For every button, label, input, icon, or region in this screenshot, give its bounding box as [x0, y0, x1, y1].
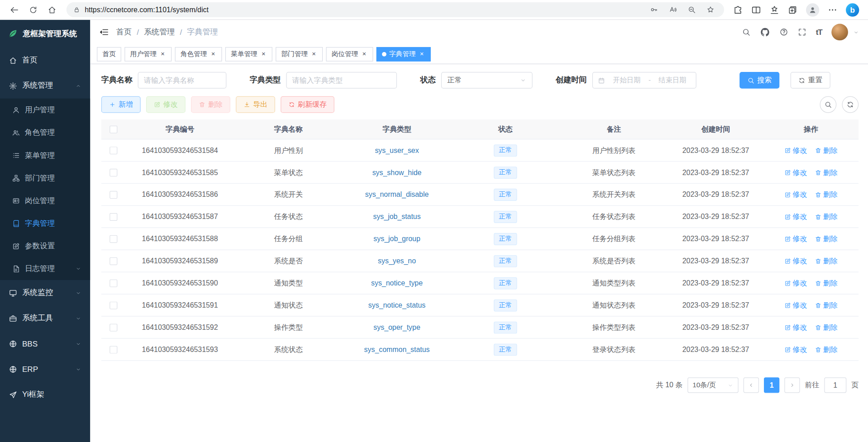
sidebar-item-user-mgmt[interactable]: 用户管理	[0, 99, 90, 121]
sidebar-item-home[interactable]: 首页	[0, 48, 90, 73]
sidebar-item-post-mgmt[interactable]: 岗位管理	[0, 189, 90, 212]
fullscreen-button[interactable]	[797, 28, 806, 37]
tab-dept-mgmt[interactable]: 部门管理	[276, 47, 323, 61]
export-button[interactable]: 导出	[236, 96, 275, 113]
breadcrumb-home[interactable]: 首页	[116, 27, 132, 37]
sidebar-item-dict-mgmt[interactable]: 字典管理	[0, 212, 90, 234]
status-select[interactable]: 正常	[441, 72, 533, 89]
refresh-table-button[interactable]	[842, 96, 858, 113]
delete-row-button[interactable]: 删除	[815, 323, 838, 333]
close-tab-icon[interactable]	[260, 51, 267, 57]
close-tab-icon[interactable]	[159, 51, 166, 57]
date-end-placeholder[interactable]: 结束日期	[654, 76, 691, 85]
edit-row-button[interactable]: 修改	[784, 344, 807, 354]
tab-dict-mgmt[interactable]: 字典管理	[377, 47, 431, 61]
browser-home-button[interactable]	[43, 2, 61, 17]
delete-row-button[interactable]: 删除	[815, 300, 838, 310]
add-favorite-button[interactable]	[703, 3, 717, 16]
collections-button[interactable]	[788, 5, 798, 15]
refresh-cache-button[interactable]: 刷新缓存	[281, 96, 334, 113]
browser-back-button[interactable]	[5, 2, 23, 17]
delete-row-button[interactable]: 删除	[815, 167, 838, 177]
delete-button[interactable]: 删除	[191, 96, 230, 113]
sidebar-item-erp[interactable]: ERP	[0, 356, 90, 382]
dict-type-input[interactable]	[286, 72, 397, 89]
edit-row-button[interactable]: 修改	[784, 212, 807, 222]
close-tab-icon[interactable]	[210, 51, 217, 57]
goto-page-input[interactable]	[824, 377, 846, 393]
tab-user-mgmt[interactable]: 用户管理	[124, 47, 172, 61]
row-checkbox[interactable]	[110, 346, 117, 353]
github-button[interactable]	[760, 27, 770, 37]
sidebar-item-menu-mgmt[interactable]: 菜单管理	[0, 144, 90, 166]
extensions-button[interactable]	[733, 5, 743, 15]
tab-role-mgmt[interactable]: 角色管理	[175, 47, 222, 61]
dict-type-link[interactable]: sys_oper_type	[373, 323, 420, 331]
help-button[interactable]	[779, 28, 788, 37]
delete-row-button[interactable]: 删除	[815, 190, 838, 200]
sidebar-item-bbs[interactable]: BBS	[0, 331, 90, 356]
delete-row-button[interactable]: 删除	[815, 278, 838, 288]
sidebar-item-role-mgmt[interactable]: 角色管理	[0, 121, 90, 144]
tab-post-mgmt[interactable]: 岗位管理	[326, 47, 373, 61]
close-tab-icon[interactable]	[419, 51, 425, 57]
row-checkbox[interactable]	[110, 279, 117, 287]
dict-type-link[interactable]: sys_notice_type	[371, 279, 423, 287]
edit-row-button[interactable]: 修改	[784, 300, 807, 310]
edit-row-button[interactable]: 修改	[784, 145, 807, 155]
sidebar-item-dept-mgmt[interactable]: 部门管理	[0, 166, 90, 189]
delete-row-button[interactable]: 删除	[815, 234, 838, 244]
sidebar-item-yi-framework[interactable]: Yi框架	[0, 382, 90, 407]
sidebar-item-tools[interactable]: 系统工具	[0, 305, 90, 331]
dict-type-link[interactable]: sys_common_status	[364, 345, 430, 353]
browser-menu-button[interactable]	[828, 5, 838, 15]
dict-type-link[interactable]: sys_show_hide	[372, 168, 422, 176]
edit-row-button[interactable]: 修改	[784, 256, 807, 266]
bing-chat-button[interactable]: b	[846, 3, 859, 16]
reset-button[interactable]: 重置	[791, 72, 830, 89]
tab-menu-mgmt[interactable]: 菜单管理	[225, 47, 272, 61]
date-start-placeholder[interactable]: 开始日期	[608, 76, 645, 85]
edit-row-button[interactable]: 修改	[784, 167, 807, 177]
close-tab-icon[interactable]	[361, 51, 368, 57]
address-bar[interactable]: https://ccnetcore.com:1101/system/dict	[67, 2, 724, 17]
user-avatar[interactable]	[831, 24, 848, 41]
delete-row-button[interactable]: 删除	[815, 256, 838, 266]
sidebar-item-log-mgmt[interactable]: 日志管理	[0, 257, 90, 280]
read-aloud-button[interactable]	[665, 3, 680, 16]
row-checkbox[interactable]	[110, 213, 117, 220]
delete-row-button[interactable]: 删除	[815, 145, 838, 155]
edit-button[interactable]: 修改	[146, 96, 186, 113]
split-screen-button[interactable]	[751, 5, 761, 15]
row-checkbox[interactable]	[110, 257, 117, 265]
header-search-button[interactable]	[742, 28, 751, 37]
row-checkbox[interactable]	[110, 323, 117, 331]
edit-row-button[interactable]: 修改	[784, 323, 807, 333]
edit-row-button[interactable]: 修改	[784, 234, 807, 244]
delete-row-button[interactable]: 删除	[815, 212, 838, 222]
password-key-button[interactable]	[647, 3, 661, 16]
dict-type-link[interactable]: sys_user_sex	[375, 146, 419, 154]
select-all-checkbox[interactable]	[110, 125, 117, 133]
row-checkbox[interactable]	[110, 301, 117, 309]
close-tab-icon[interactable]	[310, 51, 317, 57]
date-range-picker[interactable]: 开始日期 - 结束日期	[592, 72, 696, 89]
dict-type-link[interactable]: sys_job_group	[373, 235, 420, 243]
edit-row-button[interactable]: 修改	[784, 278, 807, 288]
page-size-select[interactable]: 10条/页	[687, 377, 739, 393]
tab-home[interactable]: 首页	[97, 47, 121, 61]
sidebar-item-monitor[interactable]: 系统监控	[0, 280, 90, 305]
row-checkbox[interactable]	[110, 235, 117, 242]
add-button[interactable]: 新增	[101, 96, 141, 113]
edit-row-button[interactable]: 修改	[784, 190, 807, 200]
row-checkbox[interactable]	[110, 147, 117, 154]
dict-type-link[interactable]: sys_notice_status	[368, 301, 425, 309]
caret-down-icon[interactable]	[853, 27, 859, 37]
prev-page-button[interactable]	[744, 377, 759, 393]
delete-row-button[interactable]: 删除	[815, 344, 838, 354]
url-text[interactable]: https://ccnetcore.com:1101/system/dict	[85, 5, 642, 14]
breadcrumb-system[interactable]: 系统管理	[144, 27, 175, 37]
next-page-button[interactable]	[784, 377, 800, 393]
favorites-button[interactable]	[769, 5, 779, 15]
toggle-search-button[interactable]	[820, 96, 837, 113]
